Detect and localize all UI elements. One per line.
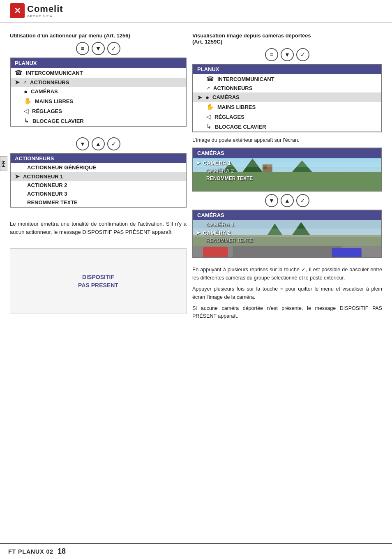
menu-button[interactable]: ≡ [76, 42, 89, 55]
check-button-2[interactable]: ✓ [107, 137, 120, 150]
camera-item-1-cam1: ➤ CAMÉRA 1 [193, 159, 381, 167]
camera-icon: ● [24, 88, 28, 95]
footer-brand: FT PLANUX 02 [8, 548, 53, 555]
right-menu-reglages: ◁ RÉGLAGES [193, 112, 381, 122]
down-button-2[interactable]: ▼ [76, 137, 89, 150]
logo-header: ✕ Comelit GROUP S.P.A. [0, 0, 392, 23]
right-menu-mains: ✋ MAINS LIBRES [193, 102, 381, 112]
hand-icon-r: ✋ [206, 103, 214, 111]
right-column: Visualisation image depuis caméras dépor… [192, 27, 382, 324]
lock-icon: ↳ [24, 117, 29, 125]
cameras-header-2: CAMÉRAS [193, 210, 381, 220]
camera-item-1-cam2: CAMÉRA 2 [193, 167, 381, 175]
menu-item-cameras: ● CAMÉRAS [11, 87, 186, 96]
camera-items-1: ➤ CAMÉRA 1 CAMÉRA 2 RENOMMER TEXTE [193, 158, 381, 191]
footer: FT PLANUX 02 18 [0, 543, 392, 559]
comelit-logo-icon: ✕ [10, 3, 25, 18]
right-btn-row-1: ≡ ▼ ✓ [192, 48, 382, 61]
camera-item-2-cam2: ➤ CAMÉRA 2 [193, 229, 381, 237]
right-section-title: Visualisation image depuis caméras dépor… [192, 32, 382, 45]
right-info-3: Si aucune caméra déportée n'est présente… [192, 305, 382, 321]
phone-icon: ☎ [15, 69, 23, 76]
arrow-icon-2: ➤ [15, 173, 20, 180]
actionneurs-icon-r: ↗ [206, 85, 210, 91]
right-info-1: En appuyant à plusieurs reprises sur la … [192, 266, 382, 282]
up-button[interactable]: ▲ [92, 137, 105, 150]
right-info-2: Appuyer plusieurs fois sur la touche ≡ p… [192, 285, 382, 301]
camera-items-2: CAMÉRA 1 ➤ CAMÉRA 2 RENOMMER TEXTE [193, 220, 381, 257]
right-menu-cameras: ➤ ● CAMÉRAS [193, 92, 381, 102]
down-button-r2[interactable]: ▼ [265, 194, 278, 207]
svg-text:✕: ✕ [14, 6, 21, 15]
right-menu-intercommunicant: ☎ INTERCOMMUNICANT [193, 74, 381, 84]
device-text-line1: DISPOSITIF [82, 274, 114, 280]
up-button-r2[interactable]: ▲ [281, 194, 294, 207]
actionneurs-header: ACTIONNEURS [11, 154, 186, 163]
logo-text: Comelit GROUP S.P.A. [27, 4, 63, 18]
menu-item-intercommunicant: ☎ INTERCOMMUNICANT [11, 68, 186, 78]
planux-header-right: PLANUX [193, 65, 381, 74]
cameras-header-1: CAMÉRAS [193, 148, 381, 158]
footer-page: 18 [58, 547, 66, 556]
cameras-box-2: CAMÉRAS [192, 210, 382, 258]
menu-item-actionneurs: ➤ ↗ ACTIONNEURS [11, 78, 186, 87]
brand-name: Comelit [27, 4, 63, 14]
left-btn-row-1: ≡ ▼ ✓ [10, 42, 187, 55]
menu-item-blocage: ↳ BLOCAGE CLAVIER [11, 116, 186, 126]
check-button-r2[interactable]: ✓ [296, 194, 309, 207]
left-section-title: Utilisation d'un actionneur par menu (Ar… [10, 32, 187, 39]
left-column: Utilisation d'un actionneur par menu (Ar… [10, 27, 187, 324]
menu-button-r[interactable]: ≡ [265, 48, 278, 61]
menu-item-reglages: ◁ RÉGLAGES [11, 106, 186, 116]
cam1-arrow: ➤ [196, 159, 201, 166]
planux-menu-left: PLANUX ☎ INTERCOMMUNICANT ➤ ↗ ACTIONNEUR… [10, 58, 187, 127]
right-desc-text: L'image du poste extérieur apparaît sur … [192, 136, 382, 144]
language-tab: FR [0, 156, 7, 171]
camera-icon-r: ● [205, 94, 209, 101]
camera-item-2-renommer: RENOMMER TEXTE [193, 237, 381, 244]
arrow-icon-r: ➤ [197, 94, 202, 101]
hand-icon: ✋ [24, 97, 32, 105]
right-btn-row-2: ▼ ▲ ✓ [192, 194, 382, 207]
menu-item-mains-libres: ✋ MAINS LIBRES [11, 96, 186, 106]
reglages-icon-r: ◁ [206, 113, 211, 120]
device-text-line2: PAS PRESENT [78, 282, 118, 289]
menu-item-actionneur1: ➤ ACTIONNEUR 1 [11, 172, 186, 181]
down-button-r[interactable]: ▼ [281, 48, 294, 61]
arrow-icon: ➤ [15, 79, 20, 85]
left-btn-row-2: ▼ ▲ ✓ [10, 137, 187, 150]
planux-header-left: PLANUX [11, 58, 186, 68]
menu-item-actionneur3: ACTIONNEUR 3 [11, 189, 186, 198]
lock-icon-r: ↳ [206, 123, 212, 130]
right-menu-actionneurs: ↗ ACTIONNEURS [193, 84, 381, 92]
cameras-box-1: CAMÉRAS [192, 148, 382, 192]
device-not-present-box: DISPOSITIF PAS PRESENT [10, 248, 187, 314]
reglages-icon: ◁ [24, 107, 29, 115]
actionneurs-menu: ACTIONNEURS ACTIONNEUR GÉNÉRIQUE ➤ ACTIO… [10, 153, 187, 208]
camera-item-2-cam1: CAMÉRA 1 [193, 221, 381, 229]
planux-menu-right: PLANUX ☎ INTERCOMMUNICANT ↗ ACTIONNEURS … [192, 64, 382, 132]
right-menu-blocage: ↳ BLOCAGE CLAVIER [193, 122, 381, 132]
camera-item-1-renommer: RENOMMER TEXTE [193, 175, 381, 182]
brand-subtitle: GROUP S.P.A. [27, 14, 63, 18]
check-button[interactable]: ✓ [107, 42, 120, 55]
menu-item-generique: ACTIONNEUR GÉNÉRIQUE [11, 163, 186, 172]
actionneurs-icon: ↗ [23, 80, 27, 85]
main-content: Utilisation d'un actionneur par menu (Ar… [0, 23, 392, 357]
down-button[interactable]: ▼ [92, 42, 105, 55]
left-body-text: Le moniteur émettra une tonalité de conf… [10, 220, 187, 236]
check-button-r[interactable]: ✓ [296, 48, 309, 61]
cam2-arrow: ➤ [196, 229, 201, 236]
phone-icon-r: ☎ [206, 75, 214, 83]
menu-item-actionneur2: ACTIONNEUR 2 [11, 181, 186, 189]
logo: ✕ Comelit GROUP S.P.A. [10, 3, 388, 18]
menu-item-renommer: RENOMMER TEXTE [11, 198, 186, 207]
